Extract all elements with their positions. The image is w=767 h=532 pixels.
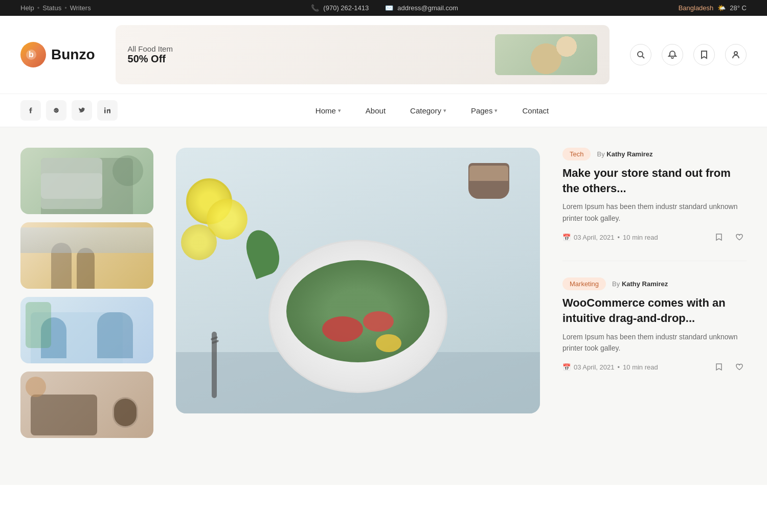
phone-number: (970) 262-1413: [323, 4, 369, 12]
linkedin-button[interactable]: [97, 100, 118, 121]
promo-banner: All Food Item 50% Off: [116, 25, 610, 84]
date-text-2: 03 April, 2021: [574, 363, 615, 371]
article-footer-1: 📅 03 April, 2021 • 10 min read: [562, 230, 747, 244]
topbar-help[interactable]: Help: [20, 4, 34, 12]
like-icon-1[interactable]: [732, 230, 747, 244]
thumbnail-1[interactable]: [20, 148, 153, 214]
topbar-contact-info: 📞 (970) 262-1413 ✉️ address@gmail.com: [311, 4, 458, 12]
svg-text:S: S: [55, 108, 58, 113]
skype-button[interactable]: S: [46, 100, 66, 121]
user-button[interactable]: [725, 44, 747, 65]
svg-line-3: [642, 56, 644, 58]
article-meta-1: Tech By Kathy Ramirez: [562, 148, 747, 160]
logo[interactable]: b Bunzo: [20, 42, 95, 67]
svg-point-2: [638, 52, 643, 57]
article-card-1: Tech By Kathy Ramirez Make your store st…: [562, 148, 747, 244]
header-icons: [630, 44, 747, 65]
svg-point-4: [734, 52, 737, 55]
banner-text: All Food Item 50% Off: [128, 44, 173, 65]
logo-text: Bunzo: [51, 47, 95, 63]
facebook-button[interactable]: [20, 100, 41, 121]
search-button[interactable]: [630, 44, 651, 65]
email-address: address@gmail.com: [397, 4, 458, 12]
banner-image: [495, 34, 597, 75]
article-tag-2: Marketing: [562, 277, 606, 290]
article-author-2: Kathy Ramirez: [622, 280, 668, 288]
article-meta-2: Marketing By Kathy Ramirez: [562, 277, 747, 290]
article-title-1[interactable]: Make your store stand out from the other…: [562, 166, 747, 196]
thumbnail-3[interactable]: [20, 297, 153, 363]
topbar-status[interactable]: Status: [42, 4, 61, 12]
banner-subtitle: All Food Item: [128, 44, 173, 53]
svg-rect-6: [104, 109, 106, 113]
nav-home[interactable]: Home ▾: [315, 96, 341, 125]
topbar-writers[interactable]: Writers: [70, 4, 91, 12]
calendar-icon-2: 📅: [562, 363, 571, 371]
bookmark-icon-1[interactable]: [712, 230, 726, 244]
bookmark-icon-2[interactable]: [712, 360, 726, 374]
twitter-button[interactable]: [72, 100, 92, 121]
like-icon-2[interactable]: [732, 360, 747, 374]
svg-text:b: b: [29, 50, 34, 59]
article-footer-2: 📅 03 April, 2021 • 10 min read: [562, 360, 747, 374]
article-author-label-1: By Kathy Ramirez: [597, 150, 652, 158]
weather-icon: 🌤️: [717, 4, 726, 12]
article-excerpt-1: Lorem Ipsum has been them industr standa…: [562, 201, 747, 224]
social-icons: S: [20, 100, 118, 121]
article-author-label-2: By Kathy Ramirez: [612, 280, 668, 288]
pages-chevron: ▾: [494, 107, 498, 114]
food-visual: [495, 34, 597, 75]
banner-title: 50% Off: [128, 53, 173, 65]
article-author-1: Kathy Ramirez: [606, 150, 652, 158]
article-divider: [562, 261, 747, 261]
article-actions-2: [712, 360, 747, 374]
temperature: 28° C: [730, 4, 747, 12]
svg-point-7: [104, 107, 106, 109]
article-title-2[interactable]: WooCommerce comes with an intuitive drag…: [562, 295, 747, 326]
article-main-image: [176, 148, 540, 413]
phone-contact: 📞 (970) 262-1413: [311, 4, 369, 12]
logo-icon: b: [20, 42, 46, 67]
article-list: Tech By Kathy Ramirez Make your store st…: [552, 148, 747, 465]
nav-pages[interactable]: Pages ▾: [471, 96, 498, 125]
thumbnail-2[interactable]: [20, 222, 153, 289]
date-text-1: 03 April, 2021: [574, 234, 615, 241]
article-card-2: Marketing By Kathy Ramirez WooCommerce c…: [562, 277, 747, 374]
article-date-2: 📅 03 April, 2021 • 10 min read: [562, 363, 658, 371]
article-date-1: 📅 03 April, 2021 • 10 min read: [562, 234, 658, 241]
notification-button[interactable]: [662, 44, 683, 65]
article-actions-1: [712, 230, 747, 244]
phone-icon: 📞: [311, 4, 319, 12]
topbar-location-weather: Bangladesh 🌤️ 28° C: [679, 4, 747, 12]
bookmark-button[interactable]: [693, 44, 715, 65]
email-contact: ✉️ address@gmail.com: [385, 4, 458, 12]
center-article: [164, 148, 552, 465]
sidebar-thumbnails: [20, 148, 164, 465]
country-label: Bangladesh: [679, 4, 714, 12]
category-chevron: ▾: [443, 107, 446, 114]
article-tag-1: Tech: [562, 148, 591, 160]
main-nav: Home ▾ About Category ▾ Pages ▾ Contact: [118, 96, 747, 125]
nav-category[interactable]: Category ▾: [410, 96, 446, 125]
navbar: S Home ▾ About Category ▾: [0, 94, 767, 127]
read-time-1: 10 min read: [623, 234, 658, 241]
article-excerpt-2: Lorem Ipsum has been them industr standa…: [562, 331, 747, 354]
header: b Bunzo All Food Item 50% Off: [0, 16, 767, 94]
nav-contact[interactable]: Contact: [522, 96, 549, 125]
read-time-2: 10 min read: [623, 363, 658, 371]
email-icon: ✉️: [385, 4, 393, 12]
main-content: Tech By Kathy Ramirez Make your store st…: [0, 127, 767, 485]
calendar-icon-1: 📅: [562, 234, 571, 241]
nav-about[interactable]: About: [366, 96, 386, 125]
thumbnail-4[interactable]: [20, 372, 153, 438]
topbar: Help • Status • Writers 📞 (970) 262-1413…: [0, 0, 767, 16]
topbar-links: Help • Status • Writers: [20, 4, 91, 12]
home-chevron: ▾: [338, 107, 341, 114]
